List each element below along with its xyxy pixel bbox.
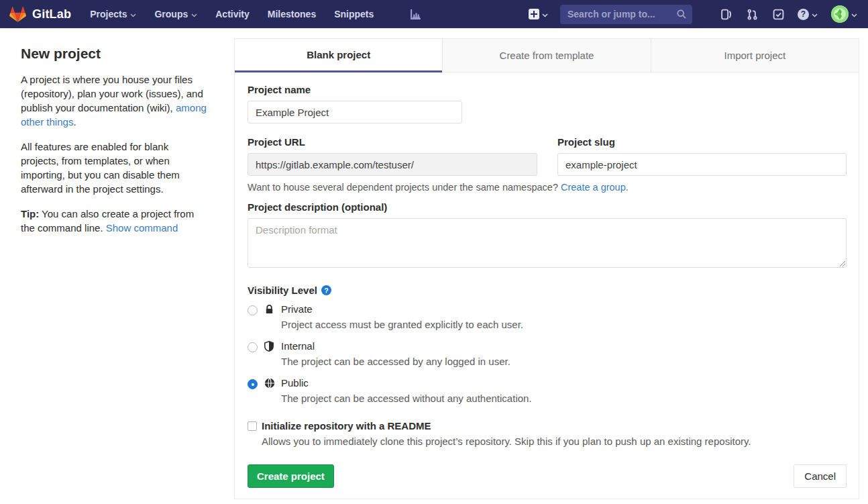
url-slug-row: Project URL Project slug — [248, 136, 847, 176]
new-project-sidebar: New project A project is where you house… — [0, 28, 234, 246]
cancel-button[interactable]: Cancel — [794, 464, 847, 488]
project-description-textarea[interactable] — [248, 218, 847, 268]
readme-label[interactable]: Initialize repository with a README — [262, 420, 847, 432]
globe-icon — [264, 378, 275, 391]
project-type-tabs: Blank project Create from template Impor… — [235, 38, 859, 72]
analytics-chart-icon[interactable] — [410, 9, 421, 20]
public-description: The project can be accessed without any … — [281, 393, 847, 404]
private-description: Project access must be granted explicitl… — [281, 319, 847, 330]
sidebar-paragraph-1: A project is where you house your files … — [21, 72, 209, 129]
sidebar-tip: Tip: You can also create a project from … — [21, 207, 209, 235]
internal-radio[interactable] — [248, 342, 258, 352]
visibility-help-icon[interactable]: ? — [321, 285, 331, 295]
chevron-down-icon — [851, 8, 857, 20]
merge-requests-icon[interactable] — [747, 9, 758, 20]
shield-icon — [264, 341, 274, 354]
issues-icon[interactable] — [720, 9, 732, 20]
tab-create-from-template[interactable]: Create from template — [442, 39, 650, 72]
help-dropdown[interactable]: ? — [798, 8, 818, 20]
page-body: New project A project is where you house… — [0, 28, 868, 499]
namespace-hint: Want to house several dependent projects… — [248, 182, 847, 193]
blank-project-form: Project name Project URL Project slug Wa… — [235, 72, 859, 499]
tab-import-project[interactable]: Import project — [651, 39, 859, 72]
nav-activity[interactable]: Activity — [215, 9, 250, 19]
visibility-header: Visibility Level ? — [248, 285, 847, 296]
brand-name: GitLab — [32, 7, 71, 21]
form-actions: Create project Cancel — [248, 464, 847, 488]
visibility-level-label: Visibility Level — [248, 285, 317, 296]
chevron-down-icon — [542, 8, 548, 20]
readme-description: Allows you to immediately clone this pro… — [262, 436, 847, 447]
tab-blank-project[interactable]: Blank project — [235, 39, 442, 72]
private-radio[interactable] — [248, 305, 258, 315]
project-slug-input[interactable] — [557, 153, 847, 176]
project-name-input[interactable] — [248, 101, 462, 123]
navbar-right: ? — [529, 5, 857, 24]
create-project-button[interactable]: Create project — [248, 464, 334, 488]
readme-checkbox[interactable] — [248, 421, 257, 431]
visibility-option-internal: Internal The project can be accessed by … — [248, 340, 847, 367]
internal-description: The project can be accessed by any logge… — [281, 356, 847, 367]
show-command-link[interactable]: Show command — [106, 222, 178, 234]
search-input[interactable] — [560, 5, 692, 24]
description-block: Project description (optional) — [248, 201, 847, 268]
new-project-panel: Blank project Create from template Impor… — [234, 38, 859, 499]
project-name-label: Project name — [248, 84, 847, 95]
sidebar-paragraph-2: All features are enabled for blank proje… — [21, 140, 209, 196]
search-icon — [677, 9, 686, 21]
nav-snippets[interactable]: Snippets — [334, 9, 374, 19]
nav-milestones[interactable]: Milestones — [268, 9, 316, 19]
chevron-down-icon — [191, 9, 197, 19]
tip-label: Tip: — [21, 208, 39, 219]
visibility-option-public: Public The project can be accessed witho… — [248, 377, 847, 404]
avatar — [831, 5, 849, 23]
chevron-down-icon — [130, 9, 136, 19]
project-url-label: Project URL — [248, 136, 537, 148]
gitlab-home-link[interactable]: GitLab — [9, 6, 71, 23]
project-slug-label: Project slug — [557, 136, 847, 148]
page-title: New project — [21, 46, 209, 62]
project-url-input[interactable] — [248, 153, 537, 176]
todos-icon[interactable] — [773, 9, 784, 20]
primary-nav: Projects Groups Activity Milestones Snip… — [90, 9, 421, 20]
nav-projects[interactable]: Projects — [90, 9, 136, 19]
plus-icon — [529, 9, 539, 19]
new-menu-dropdown[interactable] — [529, 8, 548, 20]
top-navbar: GitLab Projects Groups Activity Mileston… — [0, 0, 868, 28]
gitlab-tanuki-logo-icon — [9, 6, 26, 23]
lock-icon — [264, 304, 274, 317]
public-label[interactable]: Public — [281, 377, 847, 389]
help-icon: ? — [798, 9, 809, 20]
nav-groups[interactable]: Groups — [154, 9, 197, 19]
chevron-down-icon — [812, 8, 818, 20]
internal-label[interactable]: Internal — [281, 340, 847, 352]
private-label[interactable]: Private — [281, 303, 847, 315]
global-search — [560, 5, 692, 24]
visibility-option-private: Private Project access must be granted e… — [248, 303, 847, 330]
create-a-group-link[interactable]: Create a group — [561, 182, 626, 193]
user-menu-dropdown[interactable] — [831, 5, 857, 23]
readme-option: Initialize repository with a README Allo… — [248, 420, 847, 447]
project-description-label: Project description (optional) — [248, 201, 847, 213]
public-radio[interactable] — [248, 379, 258, 389]
